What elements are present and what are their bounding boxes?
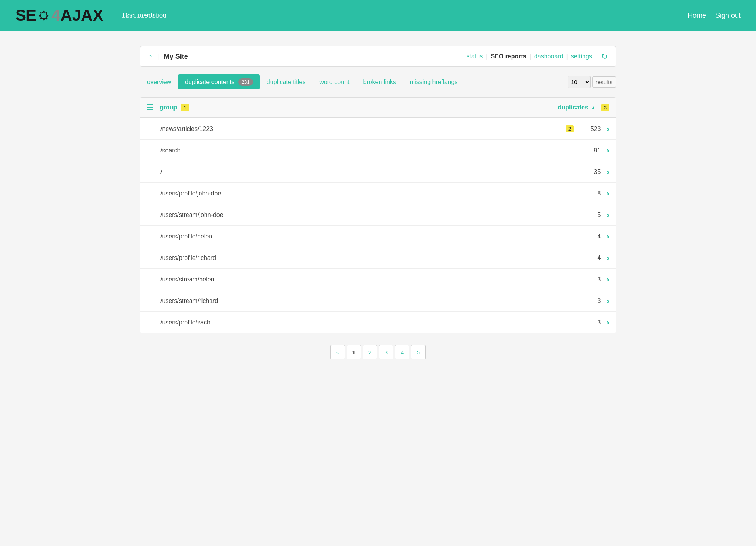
header-nav: Home Sign out xyxy=(688,12,741,20)
tab-duplicate-titles[interactable]: duplicate titles xyxy=(260,75,312,89)
tab-duplicate-badge: 231 xyxy=(238,78,253,86)
row-detail-arrow[interactable]: › xyxy=(607,232,609,241)
annotation-3: 3 xyxy=(601,104,609,111)
table-row: /users/profile/zach 3 › xyxy=(140,312,616,333)
row-path: / xyxy=(160,169,578,175)
row-detail-arrow[interactable]: › xyxy=(607,167,609,176)
annotation-2: 2 xyxy=(566,125,574,132)
site-bar: ⌂ | My Site status | SEO reports | dashb… xyxy=(140,46,616,67)
page-btn-2[interactable]: 2 xyxy=(363,345,377,359)
row-detail-arrow[interactable]: › xyxy=(607,189,609,198)
pagination: « 12345 xyxy=(140,345,616,359)
row-count: 3 xyxy=(578,298,601,304)
row-count: 8 xyxy=(578,190,601,197)
row-count: 4 xyxy=(578,233,601,240)
results-label: results xyxy=(592,76,616,88)
row-count: 523 xyxy=(578,126,601,132)
page-btn-5[interactable]: 5 xyxy=(411,345,426,359)
row-detail-arrow[interactable]: › xyxy=(607,124,609,133)
svg-point-0 xyxy=(42,13,46,17)
sep3: | xyxy=(566,53,568,60)
row-path: /users/stream/helen xyxy=(160,276,578,283)
annotation-1: 1 xyxy=(181,104,189,111)
nav-seo-reports[interactable]: SEO reports xyxy=(490,53,526,60)
tab-right: 10 25 50 results xyxy=(568,76,616,88)
page-prev[interactable]: « xyxy=(330,345,345,359)
table-row: /users/stream/richard 3 › xyxy=(140,290,616,312)
row-detail-arrow[interactable]: › xyxy=(607,210,609,219)
sep2: | xyxy=(530,53,531,60)
row-path: /users/profile/richard xyxy=(160,255,578,261)
hamburger-icon[interactable]: ☰ xyxy=(147,103,154,112)
main-content: ⌂ | My Site status | SEO reports | dashb… xyxy=(129,46,627,359)
gear-icon xyxy=(36,8,51,23)
table-row: /users/profile/helen 4 › xyxy=(140,226,616,247)
row-count: 5 xyxy=(578,212,601,218)
page-btn-3[interactable]: 3 xyxy=(379,345,393,359)
home-link[interactable]: Home xyxy=(688,12,706,20)
page-btn-1[interactable]: 1 xyxy=(347,345,361,359)
row-path: /users/stream/richard xyxy=(160,298,578,304)
site-name: My Site xyxy=(164,53,188,61)
logo-four: 4 xyxy=(51,6,60,25)
nav-dashboard[interactable]: dashboard xyxy=(534,53,563,60)
table-row: / 35 › xyxy=(140,161,616,183)
row-count: 35 xyxy=(578,169,601,175)
row-detail-arrow[interactable]: › xyxy=(607,318,609,327)
page-buttons: 12345 xyxy=(347,345,426,359)
col-group-label: group xyxy=(160,104,177,111)
row-detail-arrow[interactable]: › xyxy=(607,253,609,262)
tab-duplicate-contents[interactable]: duplicate contents 231 xyxy=(178,74,260,89)
row-detail-arrow[interactable]: › xyxy=(607,296,609,305)
site-bar-nav: status | SEO reports | dashboard | setti… xyxy=(467,52,608,61)
row-path: /users/profile/john-doe xyxy=(160,190,578,197)
tabs-bar: overview duplicate contents 231 duplicat… xyxy=(140,74,616,89)
col-duplicates-label: duplicates xyxy=(558,104,588,111)
page-btn-4[interactable]: 4 xyxy=(395,345,409,359)
table-row: /news/articles/1223 2 523 › xyxy=(140,118,616,140)
tab-overview[interactable]: overview xyxy=(140,75,178,89)
col-duplicates-header[interactable]: duplicates ▲ 3 xyxy=(556,104,609,111)
row-path: /users/profile/helen xyxy=(160,233,578,240)
row-count: 4 xyxy=(578,255,601,261)
row-path: /search xyxy=(160,147,578,154)
row-detail-arrow[interactable]: › xyxy=(607,275,609,284)
tab-word-count[interactable]: word count xyxy=(312,75,356,89)
row-path: /news/articles/1223 xyxy=(160,126,566,132)
row-count: 91 xyxy=(578,147,601,154)
sep1: | xyxy=(486,53,487,60)
table-rows: /news/articles/1223 2 523 › /search 91 ›… xyxy=(140,118,616,333)
table-row: /search 91 › xyxy=(140,140,616,161)
logo-se: SE xyxy=(15,6,36,25)
header: SE 4 AJAX Documentation Home Sign out xyxy=(0,0,756,31)
table-header: ☰ group 1 duplicates ▲ 3 xyxy=(140,98,616,118)
col-group-header: group 1 xyxy=(160,104,556,111)
row-count: 3 xyxy=(578,276,601,283)
table-row: /users/profile/john-doe 8 › xyxy=(140,183,616,204)
row-detail-arrow[interactable]: › xyxy=(607,146,609,155)
home-icon[interactable]: ⌂ xyxy=(148,52,153,61)
data-table: ☰ group 1 duplicates ▲ 3 /news/articles/… xyxy=(140,97,616,333)
nav-settings[interactable]: settings xyxy=(571,53,592,60)
table-row: /users/stream/john-doe 5 › xyxy=(140,204,616,226)
table-row: /users/stream/helen 3 › xyxy=(140,269,616,290)
table-row: /users/profile/richard 4 › xyxy=(140,247,616,269)
sep4: | xyxy=(595,53,597,60)
signout-link[interactable]: Sign out xyxy=(715,12,741,20)
documentation-link[interactable]: Documentation xyxy=(122,12,166,19)
results-select[interactable]: 10 25 50 xyxy=(568,76,591,88)
nav-status[interactable]: status xyxy=(467,53,483,60)
site-bar-divider: | xyxy=(157,53,159,61)
tab-duplicate-contents-label: duplicate contents xyxy=(185,79,234,86)
logo: SE 4 AJAX xyxy=(15,6,103,25)
row-count: 3 xyxy=(578,319,601,326)
tab-broken-links[interactable]: broken links xyxy=(356,75,403,89)
row-path: /users/stream/john-doe xyxy=(160,212,578,218)
row-path: /users/profile/zach xyxy=(160,319,578,326)
logo-ajax: AJAX xyxy=(60,6,103,25)
tab-missing-hreflangs[interactable]: missing hreflangs xyxy=(403,75,465,89)
refresh-icon[interactable]: ↻ xyxy=(601,52,608,61)
sort-arrow-icon: ▲ xyxy=(591,104,596,111)
